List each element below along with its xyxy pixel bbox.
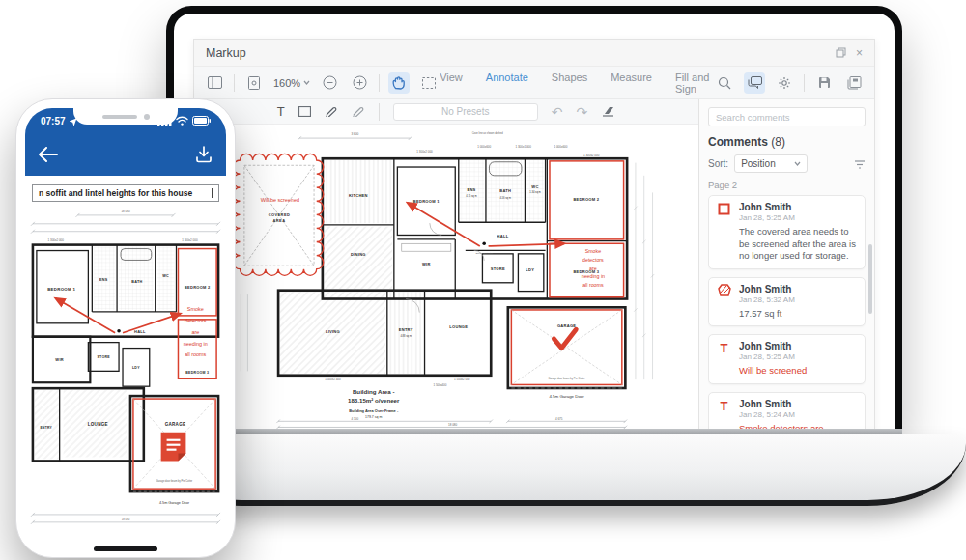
dim-label: 18 080 <box>448 423 457 427</box>
tab-shapes[interactable]: Shapes <box>552 71 587 95</box>
svg-text:4.16 sq m: 4.16 sq m <box>499 196 511 200</box>
svg-text:needing in: needing in <box>582 273 605 279</box>
hand-icon <box>392 75 406 90</box>
speaker-slot <box>102 115 137 119</box>
svg-text:BEDROOM 3: BEDROOM 3 <box>185 371 209 375</box>
dim-label: 1 000x600 <box>477 145 491 149</box>
text-annotation-icon: T <box>717 399 731 413</box>
laptop-base <box>143 434 966 506</box>
highlighter-tool-button[interactable] <box>352 103 365 121</box>
check-annotation[interactable] <box>554 329 576 348</box>
svg-text:STORE: STORE <box>491 266 505 271</box>
svg-text:BEDROOM 1: BEDROOM 1 <box>413 199 440 204</box>
page-label: Page 2 <box>708 180 866 190</box>
save-button[interactable] <box>813 72 835 94</box>
svg-text:ENS: ENS <box>99 278 108 282</box>
main-toolbar: 160% <box>194 67 874 99</box>
marquee-select-button[interactable] <box>418 72 440 94</box>
comment-time: Jan 28, 5:25 AM <box>739 352 795 361</box>
svg-text:all rooms: all rooms <box>185 351 206 357</box>
pen-tool-button[interactable] <box>325 103 338 121</box>
home-indicator[interactable] <box>94 546 157 551</box>
dim-label: 1 300x2 000 <box>416 150 433 154</box>
tab-annotate[interactable]: Annotate <box>486 71 528 95</box>
note-annotation-icon[interactable] <box>161 433 186 462</box>
document-canvas[interactable]: 3 600 Cove line as shown dashed 1 000x60… <box>194 125 698 431</box>
annotate-subtoolbar: T No Presets <box>194 99 698 125</box>
dim-label: 4 100 <box>352 417 359 421</box>
close-window-icon[interactable]: × <box>856 47 863 59</box>
svg-text:ENTRY: ENTRY <box>40 426 52 430</box>
document-title-field[interactable]: n soffit and lintel heights for this hou… <box>32 184 219 202</box>
dim-label: 1 300x2 000 <box>583 154 600 157</box>
phone-floor-plan[interactable]: 18 080 1 300x2 000 1 300x2 000 <box>25 205 226 542</box>
phone-app-header <box>25 133 226 176</box>
text-tool-button[interactable]: T <box>277 104 285 119</box>
chevron-down-icon <box>303 80 310 85</box>
comment-card[interactable]: John Smith Jan 28, 5:25 AM The covered a… <box>708 195 866 269</box>
dimension-lines-top <box>31 213 220 234</box>
phone-floor-plan-drawing: 18 080 1 300x2 000 1 300x2 000 <box>25 205 226 542</box>
comment-author: John Smith <box>739 399 795 410</box>
status-time: 07:57 <box>41 116 66 126</box>
restore-window-icon[interactable] <box>836 44 846 62</box>
tab-fill-and-sign[interactable]: Fill and Sign <box>675 71 714 95</box>
comments-panel-button[interactable] <box>744 72 765 94</box>
sidebar-toggle-button[interactable] <box>204 72 225 94</box>
download-icon[interactable] <box>195 146 213 163</box>
comment-card[interactable]: John Smith Jan 28, 5:32 AM 17.57 sq ft <box>708 277 866 327</box>
eraser-tool-button[interactable] <box>601 103 615 121</box>
area-annotation-icon <box>717 284 731 298</box>
rectangle-tool-button[interactable] <box>298 103 311 121</box>
wifi-icon <box>176 116 188 126</box>
svg-text:ENTRY: ENTRY <box>399 327 413 332</box>
redo-button[interactable]: ↷ <box>576 105 587 119</box>
svg-text:Building Area Over Frame -: Building Area Over Frame - <box>349 408 399 413</box>
dim-label: 1 500x2 000 <box>454 378 470 381</box>
save-icon <box>818 76 831 89</box>
zoom-level-control[interactable]: 160% <box>273 77 310 89</box>
svg-text:WIR: WIR <box>55 357 64 362</box>
markup-app-window: Markup × <box>193 39 875 431</box>
comment-author: John Smith <box>739 341 795 352</box>
sidebar-scrollbar[interactable] <box>868 244 872 314</box>
dimension-lines-left <box>241 294 247 371</box>
annotation-smoke-text[interactable]: Smoke detectors are needing in all rooms <box>184 306 208 358</box>
filter-button[interactable] <box>854 155 866 173</box>
pan-hand-tool-button[interactable] <box>388 72 410 94</box>
save-copy-icon <box>847 76 862 90</box>
undo-button[interactable]: ↶ <box>552 105 563 119</box>
svg-text:GARAGE: GARAGE <box>557 323 576 328</box>
mode-tabs: View Annotate Shapes Measure Fill and Si… <box>440 71 714 95</box>
zoom-in-button[interactable] <box>349 72 370 94</box>
svg-text:BATH: BATH <box>131 280 142 284</box>
presets-dropdown[interactable]: No Presets <box>393 103 538 121</box>
svg-text:1.34 sq m: 1.34 sq m <box>529 190 541 194</box>
search-comments-input[interactable] <box>708 107 866 126</box>
marquee-icon <box>422 77 436 89</box>
tab-measure[interactable]: Measure <box>611 71 652 95</box>
annotation-will-be-screened[interactable]: Will be screened <box>261 197 299 203</box>
comment-card[interactable]: T John Smith Jan 28, 5:24 AM Smoke detec… <box>708 392 866 431</box>
svg-text:WC: WC <box>162 274 169 278</box>
tab-view[interactable]: View <box>440 71 463 95</box>
search-button[interactable] <box>714 72 735 94</box>
back-arrow-icon[interactable] <box>39 147 58 162</box>
zoom-out-button[interactable] <box>319 72 340 94</box>
rectangle-icon <box>298 106 311 117</box>
phone-device: 07:57 n soffit and lintel heights for th… <box>15 98 236 558</box>
annotation-smoke-text[interactable]: Smoke detectors are needing in all rooms <box>582 248 605 288</box>
svg-text:BEDROOM 1: BEDROOM 1 <box>47 287 75 292</box>
save-copy-button[interactable] <box>843 72 865 94</box>
svg-text:all rooms: all rooms <box>582 282 604 288</box>
svg-text:Building Area -: Building Area - <box>353 388 395 395</box>
sort-dropdown[interactable]: Position <box>734 154 808 173</box>
page-thumbnail-button[interactable] <box>243 72 265 94</box>
svg-text:183.15m² o/veneer: 183.15m² o/veneer <box>348 397 400 404</box>
comment-card[interactable]: T John Smith Jan 28, 5:25 AM Will be scr… <box>708 334 866 384</box>
text-caret <box>212 188 213 198</box>
svg-text:4.75 sq m: 4.75 sq m <box>466 194 477 198</box>
toolbar-divider <box>804 74 805 92</box>
settings-button[interactable] <box>774 72 795 94</box>
square-annotation-icon <box>717 202 731 216</box>
